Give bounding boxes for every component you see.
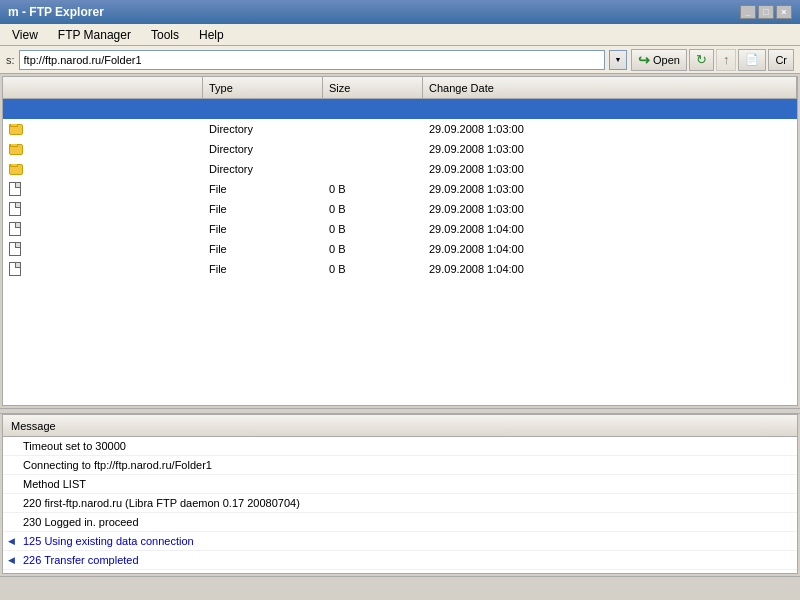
table-row[interactable]: File 0 B 29.09.2008 1:03:00 <box>3 199 797 219</box>
file-date-cell: 29.09.2008 1:04:00 <box>423 263 797 275</box>
maximize-button[interactable]: □ <box>758 5 774 19</box>
folder-icon <box>9 124 23 135</box>
file-icon <box>9 262 21 276</box>
log-message: 220 first-ftp.narod.ru (Libra FTP daemon… <box>19 497 304 509</box>
file-size-cell: 0 B <box>323 183 423 195</box>
file-icon <box>9 242 21 256</box>
list-item: Timeout set to 30000 <box>3 437 797 456</box>
open-label: Open <box>653 54 680 66</box>
open-icon: ↪ <box>638 52 650 68</box>
file-icon <box>9 202 21 216</box>
log-header-label: Message <box>11 420 56 432</box>
file-name-cell <box>3 182 203 196</box>
indicator-dot: ◀ <box>8 536 15 546</box>
table-row[interactable] <box>3 99 797 119</box>
indicator-dot: ◀ <box>8 555 15 565</box>
file-name-cell <box>3 202 203 216</box>
table-row[interactable]: Directory 29.09.2008 1:03:00 <box>3 159 797 179</box>
menu-help[interactable]: Help <box>191 26 232 44</box>
file-icon <box>9 182 21 196</box>
col-size: Size <box>323 77 423 98</box>
file-icon <box>9 222 21 236</box>
file-date-cell: 29.09.2008 1:03:00 <box>423 123 797 135</box>
window-controls[interactable]: _ □ × <box>740 5 792 19</box>
create-label: Cr <box>775 54 787 66</box>
file-date-cell: 29.09.2008 1:04:00 <box>423 223 797 235</box>
address-bar: s: ↪ Open ↻ ↑ 📄 Cr <box>0 46 800 74</box>
file-name-cell <box>3 124 203 135</box>
address-input[interactable] <box>19 50 605 70</box>
file-date-cell: 29.09.2008 1:03:00 <box>423 203 797 215</box>
file-name-cell <box>3 262 203 276</box>
log-message: Timeout set to 30000 <box>19 440 130 452</box>
menu-bar: View FTP Manager Tools Help <box>0 24 800 46</box>
file-date-cell: 29.09.2008 1:03:00 <box>423 143 797 155</box>
file-date-cell: 29.09.2008 1:03:00 <box>423 163 797 175</box>
log-entries: Timeout set to 30000 Connecting to ftp:/… <box>3 437 797 573</box>
menu-ftp-manager[interactable]: FTP Manager <box>50 26 139 44</box>
up-button[interactable]: ↑ <box>716 49 737 71</box>
bookmark-button[interactable]: 📄 <box>738 49 766 71</box>
log-panel: Message Timeout set to 30000 Connecting … <box>2 414 798 574</box>
table-row[interactable]: Directory 29.09.2008 1:03:00 <box>3 119 797 139</box>
menu-view[interactable]: View <box>4 26 46 44</box>
file-type-cell: Directory <box>203 143 323 155</box>
address-label: s: <box>6 54 15 66</box>
list-item: 230 Logged in. proceed <box>3 513 797 532</box>
table-row[interactable]: File 0 B 29.09.2008 1:04:00 <box>3 239 797 259</box>
col-date: Change Date <box>423 77 797 98</box>
log-message: 230 Logged in. proceed <box>19 516 143 528</box>
refresh-icon: ↻ <box>696 52 707 67</box>
file-type-cell: Directory <box>203 123 323 135</box>
file-type-cell: Directory <box>203 163 323 175</box>
file-size-cell: 0 B <box>323 203 423 215</box>
minimize-button[interactable]: _ <box>740 5 756 19</box>
file-date-cell: 29.09.2008 1:04:00 <box>423 243 797 255</box>
file-name-cell <box>3 144 203 155</box>
file-list-area: Type Size Change Date Directory 29.09.20… <box>2 76 798 406</box>
title-bar: m - FTP Explorer _ □ × <box>0 0 800 24</box>
list-item: Connecting to ftp://ftp.narod.ru/Folder1 <box>3 456 797 475</box>
menu-tools[interactable]: Tools <box>143 26 187 44</box>
list-item: ◀ 226 Transfer completed <box>3 551 797 570</box>
file-type-cell: File <box>203 203 323 215</box>
file-size-cell: 0 B <box>323 243 423 255</box>
file-date-cell: 29.09.2008 1:03:00 <box>423 183 797 195</box>
table-row[interactable]: Directory 29.09.2008 1:03:00 <box>3 139 797 159</box>
file-size-cell: 0 B <box>323 263 423 275</box>
create-button[interactable]: Cr <box>768 49 794 71</box>
folder-icon <box>9 164 23 175</box>
address-dropdown[interactable] <box>609 50 627 70</box>
refresh-button[interactable]: ↻ <box>689 49 714 71</box>
log-message: Connecting to ftp://ftp.narod.ru/Folder1 <box>19 459 216 471</box>
bookmark-icon: 📄 <box>745 53 759 66</box>
file-type-cell: File <box>203 243 323 255</box>
col-type: Type <box>203 77 323 98</box>
file-list-header: Type Size Change Date <box>3 77 797 99</box>
window-title: m - FTP Explorer <box>8 5 104 19</box>
toolbar-buttons: ↪ Open ↻ ↑ 📄 Cr <box>631 49 794 71</box>
file-name-cell <box>3 222 203 236</box>
file-type-cell: File <box>203 183 323 195</box>
col-name <box>3 77 203 98</box>
log-message: Method LIST <box>19 478 90 490</box>
file-name-cell <box>3 164 203 175</box>
table-row[interactable]: File 0 B 29.09.2008 1:04:00 <box>3 259 797 279</box>
log-header: Message <box>3 415 797 437</box>
log-message: 125 Using existing data connection <box>19 535 198 547</box>
table-row[interactable]: File 0 B 29.09.2008 1:04:00 <box>3 219 797 239</box>
file-list: Directory 29.09.2008 1:03:00 Directory 2… <box>3 99 797 405</box>
table-row[interactable]: File 0 B 29.09.2008 1:03:00 <box>3 179 797 199</box>
log-indicator: ◀ <box>3 555 19 565</box>
open-button[interactable]: ↪ Open <box>631 49 687 71</box>
list-item: ◀ 125 Using existing data connection <box>3 532 797 551</box>
file-type-cell: File <box>203 263 323 275</box>
file-name-cell <box>3 242 203 256</box>
log-message: 226 Transfer completed <box>19 554 143 566</box>
close-button[interactable]: × <box>776 5 792 19</box>
list-item: Method LIST <box>3 475 797 494</box>
file-type-cell: File <box>203 223 323 235</box>
folder-icon <box>9 144 23 155</box>
status-bar <box>0 576 800 596</box>
file-size-cell: 0 B <box>323 223 423 235</box>
